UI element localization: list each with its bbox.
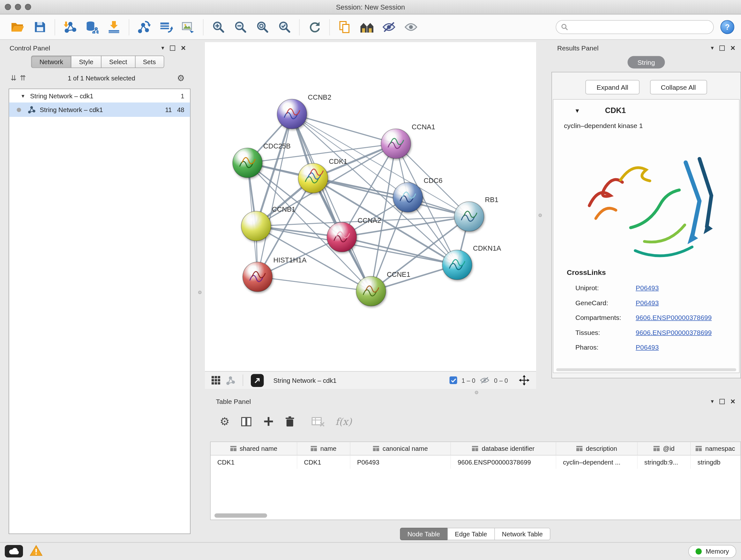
new-network-from-selection-button[interactable] [133, 17, 155, 37]
panel-close-icon[interactable]: × [181, 44, 186, 52]
zoom-selected-button[interactable] [273, 17, 295, 37]
share-icon[interactable] [226, 376, 235, 385]
network-node[interactable]: HIST1H1A [243, 256, 307, 292]
crosslink-link[interactable]: P06493 [636, 284, 659, 292]
splitter-handle[interactable] [475, 391, 478, 394]
table-cell[interactable]: stringdb [691, 455, 741, 469]
selection-checkbox[interactable] [450, 376, 457, 384]
panel-menu-icon[interactable]: ▾ [711, 45, 714, 51]
open-in-new-button[interactable] [251, 374, 264, 387]
column-header[interactable]: canonical name [350, 442, 451, 455]
tab-network-table[interactable]: Network Table [494, 528, 550, 540]
function-builder-icon[interactable]: f(x) [335, 416, 352, 427]
tab-node-table[interactable]: Node Table [400, 528, 448, 540]
table-cell[interactable]: cyclin–dependent ... [556, 455, 637, 469]
column-header[interactable]: @id [637, 442, 691, 455]
import-network-file-button[interactable] [59, 17, 81, 37]
panel-close-icon[interactable]: × [731, 44, 735, 52]
help-button[interactable]: ? [721, 20, 735, 34]
network-node[interactable]: CDC6 [393, 177, 443, 212]
panel-close-icon[interactable]: × [731, 397, 735, 406]
network-node[interactable]: RB1 [455, 196, 498, 232]
tree-expand-icon[interactable]: ▼ [21, 93, 25, 99]
table-cell[interactable]: stringdb:9... [637, 455, 691, 469]
network-row-selected[interactable]: String Network – cdk1 11 48 [9, 103, 190, 117]
tab-network[interactable]: Network [31, 56, 71, 68]
move-crosshair-icon[interactable] [519, 375, 529, 386]
tab-style[interactable]: Style [71, 56, 102, 68]
network-edge[interactable] [313, 178, 469, 216]
table-cell[interactable]: CDK1 [297, 455, 351, 469]
collapse-all-icon[interactable]: ⇊ [10, 74, 17, 82]
expand-all-button[interactable]: Expand All [586, 80, 639, 95]
network-edge[interactable] [258, 277, 371, 291]
network-canvas[interactable]: CCNB2CCNA1CDC25BCDK1CDC6RB1CCNB1CCNA2CDK… [205, 42, 536, 371]
panel-float-icon[interactable] [720, 399, 725, 404]
panel-menu-icon[interactable]: ▾ [711, 398, 714, 405]
network-node[interactable]: CDK1 [298, 158, 347, 193]
splitter-handle[interactable] [539, 213, 542, 217]
collapse-entry-icon[interactable]: ▼ [575, 107, 580, 114]
export-image-button[interactable] [177, 17, 199, 37]
zoom-window-button[interactable] [25, 4, 31, 10]
minimize-window-button[interactable] [15, 4, 21, 10]
zoom-in-button[interactable] [207, 17, 229, 37]
gear-icon[interactable]: ⚙ [177, 74, 185, 82]
close-window-button[interactable] [5, 4, 11, 10]
clone-network-button[interactable] [155, 17, 177, 37]
import-table-button[interactable] [103, 17, 125, 37]
horizontal-scrollbar-thumb[interactable] [214, 513, 267, 518]
tab-sets[interactable]: Sets [135, 56, 164, 68]
network-graph[interactable]: CCNB2CCNA1CDC25BCDK1CDC6RB1CCNB1CCNA2CDK… [205, 42, 536, 371]
zoom-fit-button[interactable] [252, 17, 273, 37]
table-settings-gear-icon[interactable]: ⚙ [220, 416, 230, 427]
crosslink-link[interactable]: P06493 [636, 299, 659, 306]
import-network-database-button[interactable] [81, 17, 103, 37]
network-edge[interactable] [292, 114, 371, 291]
column-header[interactable]: description [556, 442, 637, 455]
network-node[interactable]: CCNA1 [381, 123, 435, 159]
network-node[interactable]: CDKN1A [442, 244, 501, 280]
table-cell[interactable]: P06493 [350, 455, 451, 469]
grid-icon[interactable] [212, 376, 220, 385]
network-collection-row[interactable]: ▼ String Network – cdk1 1 [9, 89, 190, 103]
expand-all-icon[interactable]: ⇈ [20, 74, 26, 82]
horizontal-scrollbar[interactable] [556, 368, 736, 371]
table-cell[interactable]: CDK1 [211, 455, 297, 469]
column-header[interactable]: database identifier [451, 442, 556, 455]
tab-select[interactable]: Select [101, 56, 135, 68]
memory-button[interactable]: Memory [688, 545, 736, 558]
column-header[interactable]: shared name [211, 442, 297, 455]
search-input[interactable] [571, 23, 709, 31]
cloud-button[interactable] [5, 545, 23, 557]
crosslink-link[interactable]: 9606.ENSP00000378699 [636, 328, 712, 336]
collapse-all-button[interactable]: Collapse All [650, 80, 707, 95]
tab-string[interactable]: String [628, 56, 665, 69]
copy-formatting-button[interactable] [334, 17, 356, 37]
tab-edge-table[interactable]: Edge Table [447, 528, 495, 540]
open-session-button[interactable] [7, 17, 29, 37]
add-column-plus-icon[interactable] [263, 416, 274, 427]
column-header[interactable]: namespac [691, 442, 741, 455]
birdseye-view-button[interactable] [356, 17, 378, 37]
delete-trash-icon[interactable] [285, 416, 295, 427]
save-session-button[interactable] [29, 17, 51, 37]
show-all-button[interactable] [400, 17, 422, 37]
delete-table-icon[interactable] [311, 416, 325, 427]
crosslink-link[interactable]: 9606.ENSP00000378699 [636, 314, 712, 321]
table-row[interactable]: CDK1CDK1P064939606.ENSP00000378699cyclin… [211, 455, 741, 469]
splitter-handle[interactable] [198, 291, 202, 294]
table-cell[interactable]: 9606.ENSP00000378699 [451, 455, 556, 469]
panel-float-icon[interactable] [720, 45, 725, 51]
panel-menu-icon[interactable]: ▾ [161, 45, 164, 51]
zoom-out-icon [234, 21, 247, 34]
refresh-layout-button[interactable] [304, 17, 326, 37]
columns-icon[interactable] [240, 415, 252, 428]
hide-selected-button[interactable] [378, 17, 400, 37]
panel-float-icon[interactable] [170, 45, 176, 51]
warnings-button[interactable] [30, 545, 43, 557]
crosslink-link[interactable]: P06493 [636, 343, 659, 351]
column-header[interactable]: name [297, 442, 351, 455]
zoom-out-button[interactable] [229, 17, 252, 37]
network-edge[interactable] [258, 114, 292, 277]
